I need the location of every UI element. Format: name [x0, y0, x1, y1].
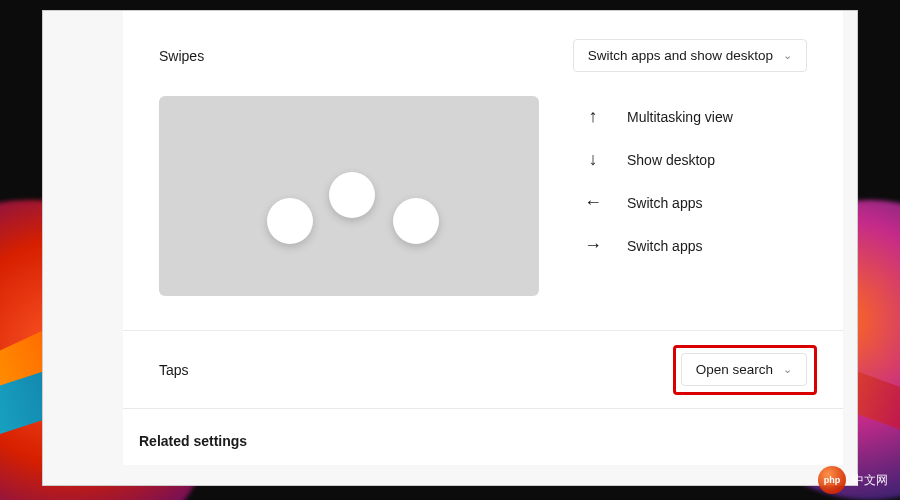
swipes-header-row: Swipes Switch apps and show desktop ⌄	[153, 39, 813, 72]
related-settings-heading: Related settings	[123, 409, 843, 449]
watermark-badge: php 中文网	[818, 466, 888, 494]
screenshot-frame: Swipes Switch apps and show desktop ⌄ ↑ …	[42, 10, 858, 486]
taps-dropdown-value: Open search	[696, 362, 773, 377]
touchpad-preview	[159, 96, 539, 296]
arrow-left-icon: ←	[577, 192, 609, 213]
arrow-down-icon: ↓	[577, 149, 609, 170]
chevron-down-icon: ⌄	[783, 49, 792, 62]
section-taps: Taps Open search ⌄	[123, 331, 843, 409]
swipes-body: ↑ Multitasking view ↓ Show desktop ← Swi…	[153, 96, 813, 330]
preview-dot	[329, 172, 375, 218]
gesture-label: Show desktop	[627, 152, 715, 168]
preview-dot	[393, 198, 439, 244]
gesture-item-right: → Switch apps	[577, 235, 733, 256]
gesture-list: ↑ Multitasking view ↓ Show desktop ← Swi…	[577, 96, 733, 296]
watermark-text: 中文网	[852, 472, 888, 489]
gesture-item-up: ↑ Multitasking view	[577, 106, 733, 127]
taps-dropdown[interactable]: Open search ⌄	[681, 353, 807, 386]
watermark-logo-icon: php	[818, 466, 846, 494]
arrow-right-icon: →	[577, 235, 609, 256]
gesture-item-left: ← Switch apps	[577, 192, 733, 213]
gesture-label: Switch apps	[627, 195, 702, 211]
taps-label: Taps	[159, 362, 189, 378]
preview-dot	[267, 198, 313, 244]
section-swipes: Swipes Switch apps and show desktop ⌄ ↑ …	[123, 11, 843, 331]
arrow-up-icon: ↑	[577, 106, 609, 127]
settings-panel: Swipes Switch apps and show desktop ⌄ ↑ …	[123, 11, 843, 465]
swipes-dropdown-value: Switch apps and show desktop	[588, 48, 773, 63]
gesture-label: Switch apps	[627, 238, 702, 254]
chevron-down-icon: ⌄	[783, 363, 792, 376]
gesture-item-down: ↓ Show desktop	[577, 149, 733, 170]
gesture-label: Multitasking view	[627, 109, 733, 125]
swipes-label: Swipes	[159, 48, 204, 64]
swipes-dropdown[interactable]: Switch apps and show desktop ⌄	[573, 39, 807, 72]
